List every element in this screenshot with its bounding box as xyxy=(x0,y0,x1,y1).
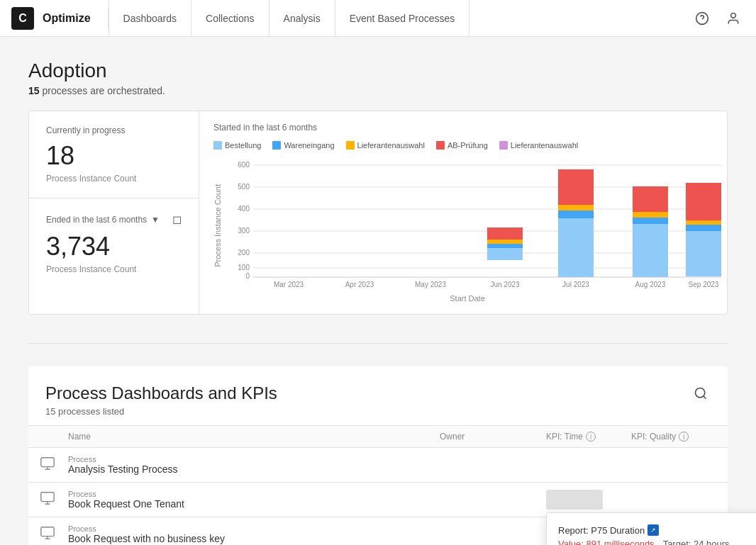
in-progress-value: 18 xyxy=(46,141,182,171)
ended-sublabel: Process Instance Count xyxy=(46,264,182,274)
navbar: C Optimize Dashboards Collections Analys… xyxy=(0,0,756,37)
legend-item-2: Lieferantenauswahl xyxy=(346,141,425,150)
in-progress-sublabel: Process Instance Count xyxy=(46,174,182,184)
adoption-panel: Currently in progress 18 Process Instanc… xyxy=(28,111,728,315)
svg-rect-37 xyxy=(686,220,721,225)
adoption-stats: Currently in progress 18 Process Instanc… xyxy=(29,111,199,314)
svg-rect-38 xyxy=(686,183,721,220)
help-button[interactable] xyxy=(691,7,713,30)
svg-text:Jul 2023: Jul 2023 xyxy=(562,281,589,288)
x-axis-label: Start Date xyxy=(213,294,721,303)
nav-event-based-processes[interactable]: Event Based Processes xyxy=(335,0,470,37)
legend-item-3: AB-Prüfung xyxy=(436,141,488,150)
tooltip-row-1: Report: P75 Duration ↗ Value: 891 millis… xyxy=(558,524,756,545)
ended-value: 3,734 xyxy=(46,232,182,262)
svg-rect-21 xyxy=(487,244,523,248)
process-name: Book Request with no business key xyxy=(68,533,440,544)
process-icon xyxy=(40,456,68,475)
svg-text:Mar 2023: Mar 2023 xyxy=(274,281,304,288)
section2-header: Process Dashboards and KPIs 15 processes… xyxy=(28,366,728,426)
kpi-time-cell-with-tooltip: Report: P75 Duration ↗ Value: 891 millis… xyxy=(546,490,631,510)
kpi-time-info-icon: i xyxy=(586,432,596,442)
legend-item-4: Lieferantenauswahl xyxy=(499,141,578,150)
table-row: Process Book Request One Tenant Report: … xyxy=(28,483,728,517)
in-progress-label: Currently in progress xyxy=(46,125,182,135)
process-name: Analysis Testing Process xyxy=(68,463,440,475)
table-header: Name Owner KPI: Time i KPI: Quality i xyxy=(28,426,728,448)
nav-links: Dashboards Collections Analysis Event Ba… xyxy=(109,0,691,37)
ended-filter-icon[interactable]: ◻ xyxy=(172,213,182,226)
svg-rect-33 xyxy=(633,186,668,212)
process-info: Process Analysis Testing Process xyxy=(68,455,440,475)
nav-collections[interactable]: Collections xyxy=(191,0,269,37)
col-kpi-quality: KPI: Quality i xyxy=(631,432,716,442)
svg-text:200: 200 xyxy=(238,249,250,257)
process-info: Process Book Request with no business ke… xyxy=(68,524,440,544)
svg-rect-48 xyxy=(41,527,54,536)
user-button[interactable] xyxy=(722,7,745,30)
nav-dashboards[interactable]: Dashboards xyxy=(109,0,192,37)
svg-rect-23 xyxy=(487,227,523,240)
process-info: Process Book Request One Tenant xyxy=(68,490,440,510)
svg-rect-42 xyxy=(41,457,54,466)
ended-header: Ended in the last 6 months ▼ ◻ xyxy=(46,213,182,226)
svg-rect-35 xyxy=(686,231,721,276)
adoption-title: Adoption xyxy=(28,60,728,82)
process-meta: Process xyxy=(68,455,440,463)
svg-line-41 xyxy=(704,396,706,399)
chart-legend: Bestellung Wareneingang Lieferantenauswa… xyxy=(213,141,721,150)
app-logo: C xyxy=(11,7,34,30)
search-button[interactable] xyxy=(691,383,711,405)
kpi-tooltip: Report: P75 Duration ↗ Value: 891 millis… xyxy=(546,512,756,545)
svg-text:Apr 2023: Apr 2023 xyxy=(345,281,374,288)
bar-chart-svg: 600 500 400 300 200 100 0 Mar 2023 Apr 2… xyxy=(225,158,721,293)
svg-text:Sep 2023: Sep 2023 xyxy=(689,281,719,288)
ended-stat: Ended in the last 6 months ▼ ◻ 3,734 Pro… xyxy=(29,198,199,288)
tooltip-report-label-1: Report: P75 Duration ↗ xyxy=(558,524,756,536)
svg-text:100: 100 xyxy=(238,264,250,271)
main-content: Adoption 15 processes are orchestrated. … xyxy=(0,37,756,545)
process-dashboards-section: Process Dashboards and KPIs 15 processes… xyxy=(28,366,728,545)
process-name: Book Request One Tenant xyxy=(68,498,440,510)
process-icon xyxy=(40,525,68,544)
svg-text:0: 0 xyxy=(245,272,250,280)
svg-text:Jun 2023: Jun 2023 xyxy=(490,281,520,288)
section2-subtitle: 15 processes listed xyxy=(45,406,277,417)
ended-dropdown[interactable]: Ended in the last 6 months ▼ xyxy=(46,215,160,225)
svg-rect-20 xyxy=(487,248,523,260)
svg-rect-27 xyxy=(558,205,594,210)
svg-text:May 2023: May 2023 xyxy=(415,281,446,288)
svg-text:Aug 2023: Aug 2023 xyxy=(635,281,666,288)
external-link-icon[interactable]: ↗ xyxy=(647,524,659,536)
svg-rect-36 xyxy=(686,225,721,231)
svg-rect-22 xyxy=(487,240,523,244)
in-progress-stat: Currently in progress 18 Process Instanc… xyxy=(29,111,199,198)
section2-title: Process Dashboards and KPIs xyxy=(45,383,277,403)
svg-text:600: 600 xyxy=(238,161,250,169)
chart-title: Started in the last 6 months xyxy=(213,123,721,133)
svg-point-40 xyxy=(696,388,705,398)
svg-rect-25 xyxy=(558,218,594,277)
tooltip-values-1: Value: 891 milliseconds Target: 24 hours xyxy=(558,539,756,545)
tooltip-value-1: Value: 891 milliseconds xyxy=(558,539,655,545)
svg-rect-30 xyxy=(633,224,668,277)
col-owner: Owner xyxy=(440,432,546,442)
svg-text:400: 400 xyxy=(238,205,250,213)
legend-item-0: Bestellung xyxy=(213,141,261,150)
nav-analysis[interactable]: Analysis xyxy=(269,0,335,37)
section-divider xyxy=(28,343,728,344)
process-meta: Process xyxy=(68,490,440,498)
navbar-actions xyxy=(691,7,745,30)
svg-rect-45 xyxy=(41,492,54,501)
col-icon xyxy=(40,432,68,442)
svg-text:500: 500 xyxy=(238,183,250,191)
svg-rect-32 xyxy=(633,212,668,218)
adoption-subtitle: 15 processes are orchestrated. xyxy=(28,85,728,96)
chart-area: Process Instance Count 600 500 400 300 xyxy=(213,158,721,293)
svg-point-2 xyxy=(731,13,736,18)
tooltip-target-1: Target: 24 hours xyxy=(663,539,730,545)
legend-item-1: Wareneingang xyxy=(272,141,334,150)
svg-rect-26 xyxy=(558,210,594,218)
y-axis-label: Process Instance Count xyxy=(213,184,222,267)
col-name: Name xyxy=(68,432,440,442)
